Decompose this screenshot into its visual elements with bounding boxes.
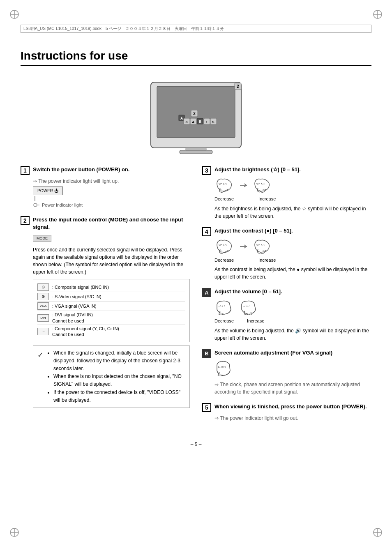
note-item-3: If the power to the connected device is … [53,389,185,404]
increase-label-A: Increase [247,318,264,325]
decrease-label-4: Decrease [214,257,234,264]
svg-rect-15 [180,150,212,154]
power-light-icon [33,203,40,207]
step-4-num: 4 [202,227,211,236]
increase-hand-icon: v/* ∧/♪ [252,177,272,193]
step-2-header: 2 Press the input mode control (MODE) an… [21,216,190,231]
auto-btn-area: AUTO [214,361,371,378]
step-4-block: 4 Adjust the contrast (●) [0 – 51]. v/* … [202,227,371,281]
svg-text:1: 1 [205,120,208,124]
step-3-title: Adjust the brightness (☆) [0 – 51]. [214,166,301,173]
signal-row-composite: ⊙ : Composite signal (BNC IN) [37,283,185,292]
note-box: ✓ When the signal is changed, initially … [33,345,190,408]
svg-text:v/* ∧/♪: v/* ∧/♪ [219,182,227,185]
svg-text:3: 3 [185,120,187,124]
power-line [35,196,35,201]
svg-text:2: 2 [193,111,196,116]
step-1-indicator: The power indicator light will light up. [33,177,190,185]
signal-icon-vga: VGA [37,302,49,310]
power-indicator-area: POWER ⏻ Power indicator light [33,187,190,209]
signal-label-vga: : VGA signal (VGA IN) [52,303,97,309]
page-number: – 5 – [21,442,371,447]
step-A-controls: −/ + / −/ + / [214,299,371,315]
svg-text:v/* ∧/♪: v/* ∧/♪ [256,182,265,185]
note-item-1: When the signal is changed, initially a … [53,349,185,373]
step-2-title: Press the input mode control (MODE) and … [33,216,190,231]
step-2-num: 2 [21,216,30,225]
step-3-num: 3 [202,166,211,175]
content-columns: 1 Switch the power button (POWER) on. Th… [21,166,371,429]
monitor-svg: 2 A 2 3 4 B 1 5 [118,74,274,156]
increase-label-3: Increase [258,196,276,203]
contrast-increase-hand-icon: v/* ∧/♪ [252,239,272,254]
signal-label-component: : Component signal (Y, Cb, Cr IN)Cannot … [52,326,119,338]
step-1-content: The power indicator light will light up.… [33,177,190,209]
file-info-bar: LS8用A_US (MC-L1015_1017_1019).book 5 ページ… [21,25,371,33]
power-button-img: POWER ⏻ [33,187,63,195]
vol-increase-hand-icon: −/ + / [239,299,259,315]
step-A-header: A Adjust the volume [0 – 51]. [202,288,371,297]
svg-text:4: 4 [192,120,194,124]
step-1-title: Switch the power button (POWER) on. [33,166,129,173]
step-3-header: 3 Adjust the brightness (☆) [0 – 51]. [202,166,371,175]
step-A-labels: Decrease Increase [214,318,371,325]
step-A-body: As the volume is being adjusted, the 🔊 s… [214,327,371,342]
mode-button-img: MODE [33,235,51,242]
step-5-content: The power indicator light will go out. [214,415,371,422]
svg-text:v/* ∧/♪: v/* ∧/♪ [219,244,227,246]
step-1-block: 1 Switch the power button (POWER) on. Th… [21,166,190,209]
step-A-content: −/ + / −/ + / Decrease [214,299,371,342]
svg-text:−/ + /: −/ + / [243,305,249,308]
mode-btn-area: MODE [33,233,190,244]
step-B-arrow: The clock, phase and screen position are… [214,381,371,396]
svg-text:AUTO: AUTO [218,366,226,368]
step-2-block: 2 Press the input mode control (MODE) an… [21,216,190,408]
note-icon: ✓ [37,349,44,404]
signal-icon-composite: ⊙ [37,283,49,291]
svg-text:v/* ∧/♪: v/* ∧/♪ [256,244,265,246]
step-4-controls: v/* ∧/♪ v/* ∧/♪ [214,239,371,254]
step-3-content: v/* ∧/♪ v/* ∧/♪ [214,177,371,220]
power-light-label: Power indicator light [42,202,83,209]
step-5-header: 5 When viewing is finished, press the po… [202,403,371,412]
step-5-title: When viewing is finished, press the powe… [214,403,367,410]
step-3-block: 3 Adjust the brightness (☆) [0 – 51]. v/… [202,166,371,220]
signal-icon-dvi: DVI [37,314,49,322]
svg-text:B: B [199,120,202,124]
power-light-row: Power indicator light [33,202,83,209]
step-3-body: As the brightness is being adjusted, the… [214,205,371,220]
arrow-right-2-icon [239,243,247,250]
note-list: When the signal is changed, initially a … [47,349,185,404]
step-B-header: B Screen automatic adjustment (For VGA s… [202,349,371,358]
step-4-body: As the contrast is being adjusted, the ●… [214,266,371,281]
signal-icon-component: ··· [37,328,49,335]
monitor-illustration: 2 A 2 3 4 B 1 5 [21,74,371,156]
note-item-2: When there is no input detected on the c… [53,373,185,388]
step-5-num: 5 [202,403,211,412]
left-column: 1 Switch the power button (POWER) on. Th… [21,166,190,429]
signal-row-svideo: ⊛ : S-Video signal (Y/C IN) [37,292,185,302]
step-3-labels: Decrease Increase [214,196,371,203]
decrease-hand-icon: v/* ∧/♪ [214,177,234,193]
step-5-indicator: The power indicator light will go out. [214,415,371,422]
signal-row-vga: VGA : VGA signal (VGA IN) [37,302,185,311]
svg-text:5: 5 [212,120,214,124]
step-B-content: AUTO The clock, phase and screen positio… [214,361,371,396]
svg-text:A: A [180,116,183,120]
step-1-num: 1 [21,166,30,175]
signal-row-dvi: DVI : DVI signal (DVI IN)Cannot be used [37,311,185,325]
step-A-title: Adjust the volume [0 – 51]. [214,288,282,295]
step-2-body: Press once and the currently selected si… [33,246,190,276]
step-2-content: MODE Press once and the currently select… [33,233,190,408]
page-title: Instructions for use [21,49,371,66]
signal-label-composite: : Composite signal (BNC IN) [52,284,109,290]
step-4-labels: Decrease Increase [214,257,371,264]
decrease-label-3: Decrease [214,196,234,203]
step-4-header: 4 Adjust the contrast (●) [0 – 51]. [202,227,371,236]
vol-decrease-hand-icon: −/ + / [214,299,234,315]
step-A-num: A [202,288,211,297]
signal-icon-svideo: ⊛ [37,293,49,300]
svg-point-32 [34,203,37,207]
svg-rect-14 [186,148,206,150]
step-3-controls: v/* ∧/♪ v/* ∧/♪ [214,177,371,193]
